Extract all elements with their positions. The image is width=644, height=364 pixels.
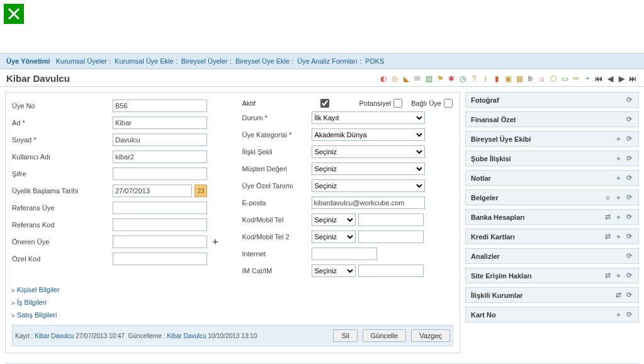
plus-icon[interactable]: ＋ — [614, 232, 623, 241]
bug-icon[interactable]: ✱ — [446, 74, 456, 84]
delete-button[interactable]: Sil — [333, 329, 357, 342]
pie-chart-icon[interactable]: ◐ — [378, 74, 388, 84]
app-logo — [4, 4, 24, 24]
add-icon[interactable]: ＋ — [582, 74, 592, 84]
ozel-kod-label: Özel Kod — [12, 255, 113, 263]
sifre-input[interactable] — [113, 168, 207, 180]
last-icon[interactable]: ⏭ — [628, 74, 638, 84]
referans-uye-input[interactable] — [113, 202, 207, 214]
panel-i-li-kili-kurumlar: İlişkili Kurumlar⇄⟳ — [465, 287, 639, 303]
swap-icon[interactable]: ⇄ — [604, 213, 612, 221]
refresh-icon[interactable]: ⟳ — [625, 213, 633, 221]
plus-icon[interactable]: ＋ — [614, 271, 623, 280]
flag-icon[interactable]: ⚑ — [435, 74, 445, 84]
next-icon[interactable]: ▶ — [616, 74, 626, 84]
potansiyel-label: Potansiyel — [359, 100, 392, 107]
bc-link-kurumsal-uyeler[interactable]: Kurumsal Üyeler — [56, 57, 107, 65]
prev-icon[interactable]: ◀ — [605, 74, 615, 84]
uyelik-tarih-label: Üyelik Başlama Tarihi — [12, 187, 113, 195]
update-button[interactable]: Güncelle — [363, 329, 406, 342]
plus-icon[interactable]: ＋ — [614, 193, 623, 202]
refresh-icon[interactable]: ⟳ — [625, 135, 633, 143]
bc-link-bireysel-uyeler[interactable]: Bireysel Üyeler — [181, 57, 228, 65]
list-icon[interactable]: ≡ — [604, 193, 612, 202]
send-icon[interactable]: ◣ — [401, 74, 411, 84]
im-cat-select[interactable]: Seçiniz — [312, 264, 356, 277]
refresh-icon[interactable]: ⟳ — [625, 232, 633, 241]
soyad-input[interactable] — [113, 134, 207, 146]
grid-icon[interactable]: ▦ — [514, 74, 524, 84]
info-icon[interactable]: i — [480, 74, 490, 84]
refresh-icon[interactable]: ⟳ — [625, 291, 633, 299]
swap-icon[interactable]: ⇄ — [604, 232, 612, 241]
toolbar: ◐ ◎ ◣ ✉ ▤ ⚑ ✱ ◷ ? i ▮ ▣ ▦ ⊪ ⌂ ⬡ ▭ ✂ ＋ ⏮ … — [378, 74, 638, 84]
bc-link-uye-analiz[interactable]: Üye Analiz Formları — [297, 57, 358, 65]
referans-kod-input[interactable] — [113, 219, 207, 231]
potansiyel-checkbox[interactable] — [393, 99, 402, 108]
home-icon[interactable]: ⌂ — [537, 74, 547, 84]
oneren-uye-input[interactable] — [113, 236, 207, 248]
im-label: IM Cat/IM — [242, 267, 312, 275]
refresh-icon[interactable]: ⟳ — [625, 193, 633, 202]
section-satis-bilgileri[interactable]: Satış Bilgileri — [12, 311, 453, 319]
refresh-icon[interactable]: ⟳ — [625, 115, 633, 123]
ad-input[interactable] — [113, 117, 207, 129]
first-icon[interactable]: ⏮ — [594, 74, 604, 84]
refresh-icon[interactable]: ⟳ — [625, 271, 633, 280]
bc-link-kurumsal-uye-ekle[interactable]: Kurumsal Üye Ekle — [115, 57, 174, 65]
aktif-checkbox[interactable] — [320, 99, 329, 108]
box-icon[interactable]: ▣ — [503, 74, 513, 84]
bagli-uye-checkbox[interactable] — [444, 99, 453, 108]
refresh-icon[interactable]: ⟳ — [625, 174, 633, 182]
calendar-icon[interactable]: 23 — [195, 185, 207, 197]
uye-ozel-tanim-select[interactable]: Seçiniz — [312, 179, 425, 192]
swap-icon[interactable]: ⇄ — [604, 271, 612, 280]
cancel-button[interactable]: Vazgeç — [411, 329, 450, 342]
bc-link-pdks[interactable]: PDKS — [365, 57, 384, 65]
panel-title: Bireysel Üye Ekibi — [471, 135, 531, 143]
barcode-icon[interactable]: ⊪ — [526, 74, 536, 84]
im-input[interactable] — [358, 264, 424, 277]
guncelleme-user-link[interactable]: Kibar Davulcu — [167, 333, 206, 339]
refresh-icon[interactable]: ⟳ — [625, 154, 633, 162]
section-is-bilgileri[interactable]: İş Bilgileri — [12, 299, 453, 306]
uye-no-input[interactable] — [113, 100, 207, 112]
refresh-icon[interactable]: ⟳ — [625, 310, 633, 319]
globe-icon[interactable]: ◎ — [390, 74, 400, 84]
plus-icon[interactable]: ＋ — [614, 154, 623, 162]
cut-icon[interactable]: ✂ — [571, 74, 581, 84]
panel-foto-raf: Fotoğraf⟳ — [465, 92, 639, 108]
ozel-kod-input[interactable] — [113, 253, 207, 265]
add-oneren-icon[interactable]: ＋ — [210, 236, 221, 247]
swap-icon[interactable]: ⇄ — [614, 291, 623, 299]
uye-kategorisi-select[interactable]: Akademik Dünya — [312, 128, 425, 141]
help-icon[interactable]: ? — [469, 74, 479, 84]
kod-tel-select[interactable]: Seçiniz — [312, 213, 356, 226]
refresh-icon[interactable]: ⟳ — [625, 252, 633, 260]
building-icon[interactable]: ▮ — [492, 74, 502, 84]
durum-select[interactable]: İlk Kayıt — [312, 111, 425, 124]
uyelik-tarih-input[interactable] — [113, 185, 192, 197]
plus-icon[interactable]: ＋ — [614, 310, 623, 319]
refresh-icon[interactable]: ⟳ — [625, 96, 633, 104]
plus-icon[interactable]: ＋ — [614, 135, 623, 143]
hands-icon[interactable]: ⬡ — [548, 74, 558, 84]
bc-link-bireysel-uye-ekle[interactable]: Bireysel Üye Ekle — [235, 57, 290, 65]
kayit-user-link[interactable]: Kibar Davulcu — [35, 333, 74, 339]
mail-icon[interactable]: ✉ — [412, 74, 422, 84]
kullanici-label: Kullanıcı Adı — [12, 153, 113, 161]
iliski-sekli-select[interactable]: Seçiniz — [312, 145, 425, 158]
doc-icon[interactable]: ▭ — [560, 74, 570, 84]
kod-tel-input[interactable] — [358, 213, 424, 226]
eposta-input[interactable] — [312, 196, 425, 209]
plus-icon[interactable]: ＋ — [614, 213, 623, 221]
plus-icon[interactable]: ＋ — [614, 174, 623, 182]
note-icon[interactable]: ▤ — [424, 74, 434, 84]
internet-input[interactable] — [312, 247, 377, 260]
clock-icon[interactable]: ◷ — [458, 74, 468, 84]
musteri-degeri-select[interactable]: Seçiniz — [312, 162, 425, 175]
kod-tel2-input[interactable] — [358, 230, 424, 243]
section-kisisel-bilgiler[interactable]: Kişisel Bilgiler — [12, 286, 453, 293]
kod-tel2-select[interactable]: Seçiniz — [312, 230, 356, 243]
kullanici-input[interactable] — [113, 151, 207, 163]
